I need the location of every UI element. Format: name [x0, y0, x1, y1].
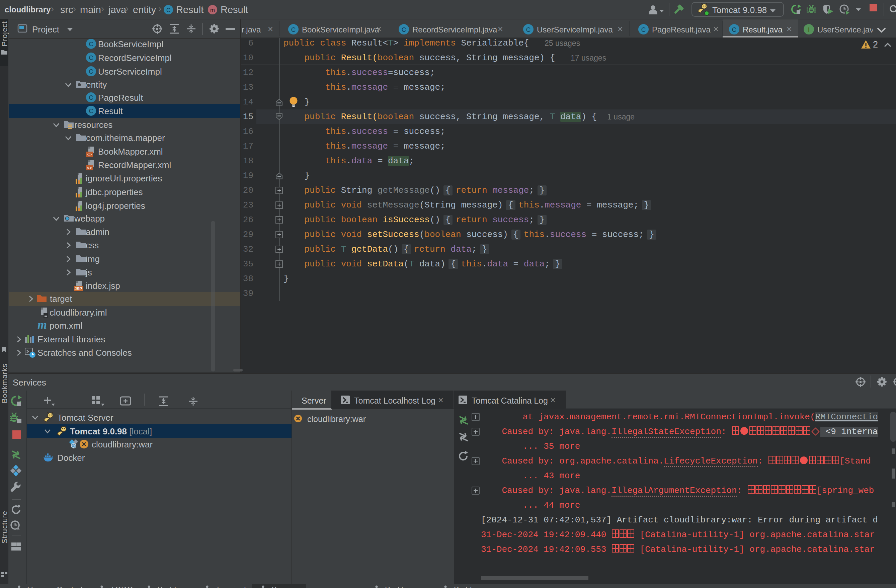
svg-text:C: C — [641, 26, 646, 33]
svg-text:C: C — [89, 41, 93, 47]
svg-text:C: C — [732, 26, 736, 33]
svg-text:C: C — [402, 26, 406, 33]
svg-text:C: C — [89, 94, 93, 101]
svg-text:I: I — [808, 26, 810, 33]
svg-text:C: C — [89, 68, 93, 75]
svg-text:<>: <> — [87, 166, 92, 171]
svg-text:C: C — [166, 7, 171, 14]
svg-text:JSP: JSP — [75, 286, 82, 291]
svg-text:C: C — [526, 26, 530, 33]
svg-text:<>: <> — [87, 152, 92, 157]
svg-text:C: C — [89, 108, 93, 114]
svg-text:C: C — [291, 26, 296, 33]
svg-text:m: m — [210, 7, 215, 14]
svg-text:C: C — [89, 55, 93, 61]
